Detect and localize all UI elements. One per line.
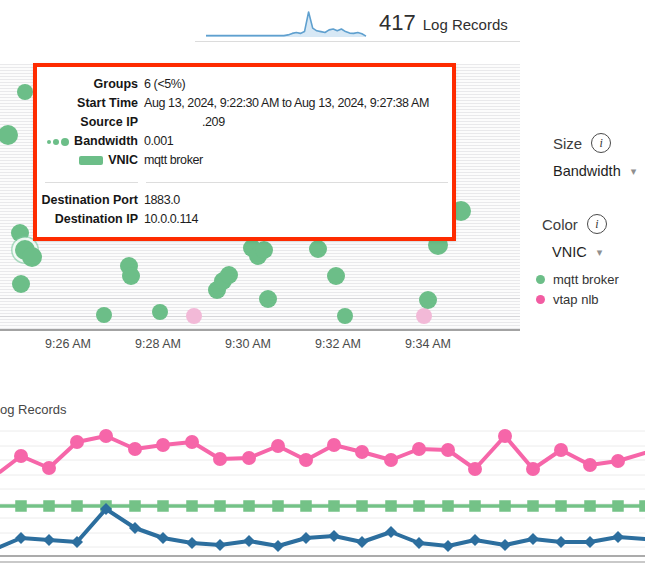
- chevron-down-icon: ▾: [597, 246, 603, 259]
- tooltip-label: Destination Port: [41, 191, 138, 210]
- scatter-point[interactable]: [186, 308, 202, 324]
- size-dropdown[interactable]: Bandwidth ▾: [553, 163, 636, 179]
- record-count-group: 417 Log Records: [379, 10, 508, 36]
- tooltip-row: Groups6 (<5%): [37, 75, 452, 94]
- chevron-down-icon: ▾: [631, 165, 637, 178]
- page-root: { "colors": { "green": "#6CBE88", "pale_…: [0, 0, 645, 563]
- legend-label: mqtt broker: [553, 272, 619, 287]
- scatter-point[interactable]: [419, 291, 437, 309]
- scatter-point[interactable]: [309, 240, 327, 258]
- scatter-point[interactable]: [12, 275, 30, 293]
- scatter-gridline: [0, 316, 520, 317]
- color-control-label-row: Color i: [542, 214, 607, 234]
- scatter-point[interactable]: [122, 267, 140, 285]
- scatter-point[interactable]: [255, 241, 273, 259]
- tooltip-value: mqtt broker: [138, 151, 203, 170]
- sparkline-chart[interactable]: [205, 6, 367, 43]
- tooltip-label: VNIC: [108, 151, 138, 170]
- sparkline-svg: [205, 6, 367, 43]
- legend-label: vtap nlb: [553, 292, 599, 307]
- legend-item[interactable]: mqtt broker: [536, 272, 619, 287]
- bottom-chart-title: og Records: [0, 402, 66, 417]
- bandwidth-size-icon: [47, 138, 69, 146]
- tooltip-row: VNICmqtt broker: [37, 151, 452, 170]
- legend-dot-icon: [536, 275, 545, 284]
- record-count: 417: [379, 10, 416, 36]
- tooltip-row: Destination Port1883.0: [37, 191, 452, 210]
- tooltip-row: Start TimeAug 13, 2024, 9:22:30 AM to Au…: [37, 94, 452, 113]
- color-dropdown-value: VNIC: [552, 244, 587, 260]
- color-label: Color: [542, 216, 578, 233]
- scatter-point[interactable]: [337, 308, 353, 324]
- size-info-icon[interactable]: i: [591, 133, 611, 153]
- tooltip-label: Groups: [94, 75, 138, 94]
- color-info-icon[interactable]: i: [587, 214, 607, 234]
- vnic-color-swatch-icon: [79, 156, 103, 165]
- color-dropdown[interactable]: VNIC ▾: [552, 244, 602, 260]
- tooltip-divider: [45, 182, 448, 183]
- tooltip-label: Bandwidth: [74, 132, 138, 151]
- legend-dot-icon: [536, 295, 545, 304]
- scatter-point[interactable]: [0, 125, 18, 145]
- scatter-point[interactable]: [17, 84, 33, 100]
- tooltip-label: Start Time: [77, 94, 138, 113]
- log-records-timeseries-chart[interactable]: [0, 420, 645, 560]
- scatter-point[interactable]: [22, 247, 42, 267]
- x-axis-tick-label: 9:34 AM: [405, 337, 451, 351]
- scatter-point[interactable]: [96, 307, 112, 323]
- legend-item[interactable]: vtap nlb: [536, 292, 619, 307]
- tooltip-value: 6 (<5%): [138, 75, 185, 94]
- header-divider: [195, 41, 520, 42]
- x-axis-tick-label: 9:30 AM: [225, 337, 271, 351]
- size-control-label-row: Size i: [553, 133, 611, 153]
- tooltip-row: Source IP.209: [37, 113, 452, 132]
- vnic-legend: mqtt brokervtap nlb: [536, 272, 619, 307]
- tooltip-value: 1883.0: [138, 191, 180, 210]
- x-axis-tick-label: 9:32 AM: [315, 337, 361, 351]
- tooltip-body: Groups6 (<5%)Start TimeAug 13, 2024, 9:2…: [37, 75, 452, 229]
- tooltip-label: Source IP: [80, 113, 138, 132]
- tooltip-value: 10.0.0.114: [138, 210, 198, 229]
- x-axis-tick-label: 9:26 AM: [45, 337, 91, 351]
- tooltip-row: Bandwidth0.001: [37, 132, 452, 151]
- tooltip-value: Aug 13, 2024, 9:22:30 AM to Aug 13, 2024…: [138, 94, 429, 113]
- tooltip-value: .209: [138, 113, 225, 132]
- flow-details-tooltip: Groups6 (<5%)Start TimeAug 13, 2024, 9:2…: [33, 63, 456, 241]
- record-count-label: Log Records: [423, 16, 508, 33]
- tooltip-row: Destination IP10.0.0.114: [37, 210, 452, 229]
- scatter-point[interactable]: [259, 290, 277, 308]
- scatter-point[interactable]: [416, 308, 432, 324]
- timeseries-svg: [0, 420, 645, 560]
- size-dropdown-value: Bandwidth: [553, 163, 621, 179]
- size-label: Size: [553, 135, 582, 152]
- scatter-point[interactable]: [327, 267, 345, 285]
- x-axis-tick-label: 9:28 AM: [135, 337, 181, 351]
- scatter-point[interactable]: [220, 266, 238, 284]
- scatter-point[interactable]: [152, 304, 168, 320]
- tooltip-label: Destination IP: [55, 210, 138, 229]
- tooltip-value: 0.001: [138, 132, 173, 151]
